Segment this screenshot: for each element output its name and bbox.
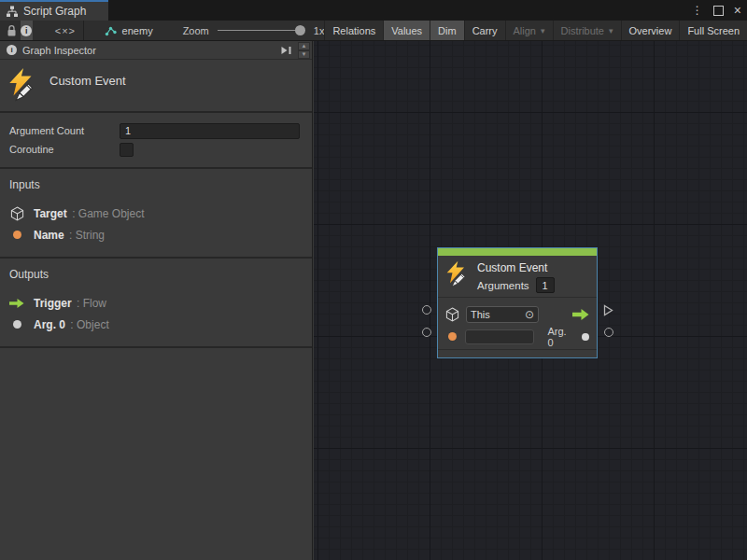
event-settings: Argument Count 1 Coroutine	[0, 113, 312, 167]
info-icon: i	[21, 25, 32, 36]
graph-inspector-panel: i Graph Inspector ▲ ▼	[0, 41, 313, 560]
close-icon[interactable]: ×	[734, 4, 741, 17]
window-titlebar: Script Graph ⋮ ×	[0, 0, 747, 21]
toolbar-divider	[83, 21, 84, 40]
inputs-title: Inputs	[9, 178, 303, 191]
outputs-section: Outputs Trigger : Flow Arg. 0 : Object	[0, 259, 312, 346]
overview-button[interactable]: Overview	[621, 21, 680, 40]
code-view-icon[interactable]: <×>	[55, 21, 76, 40]
zoom-label: Zoom	[183, 25, 209, 36]
target-dropdown[interactable]: This ⊙	[466, 306, 539, 323]
values-button[interactable]: Values	[383, 21, 430, 40]
argument-count-label: Argument Count	[9, 125, 120, 136]
chevron-down-icon: ▾	[609, 26, 613, 35]
arguments-label: Arguments	[477, 280, 529, 291]
outputs-title: Outputs	[9, 268, 303, 281]
input-port-name[interactable]	[422, 328, 431, 337]
fullscreen-button[interactable]: Full Screen	[679, 21, 747, 40]
object-dot-icon	[582, 333, 589, 341]
string-dot-icon	[9, 231, 24, 239]
node-title-block: Custom Event Arguments 1	[477, 261, 555, 293]
zoom-control: Zoom 1x	[183, 21, 325, 40]
arguments-line: Arguments 1	[477, 277, 555, 293]
graph-name-label: enemy	[122, 25, 153, 36]
node-footer	[438, 349, 597, 357]
scroll-up-icon[interactable]: ▲	[298, 42, 310, 50]
flow-arrow-icon	[9, 299, 24, 308]
inputs-section: Inputs Target : Game Object Name : Strin…	[0, 169, 312, 257]
graph-icon	[105, 25, 117, 36]
node-header[interactable]: Custom Event Arguments 1	[438, 256, 597, 297]
lock-icon[interactable]	[7, 21, 17, 40]
arg0-label: Arg. 0	[547, 326, 573, 348]
event-title: Custom Event	[49, 74, 126, 88]
object-dot-icon	[9, 320, 24, 329]
zoom-slider[interactable]	[218, 30, 305, 31]
io-text: Trigger : Flow	[34, 297, 106, 310]
arguments-input[interactable]: 1	[536, 277, 555, 293]
window-menu-icon[interactable]: ⋮	[692, 5, 703, 16]
graph-breadcrumb[interactable]: enemy	[105, 21, 153, 40]
coroutine-row: Coroutine	[9, 140, 300, 159]
node-row-arg0: Arg. 0	[445, 326, 589, 347]
custom-event-icon	[445, 260, 469, 293]
relations-button[interactable]: Relations	[324, 21, 383, 40]
event-accent-bar	[438, 248, 597, 256]
name-input[interactable]	[465, 329, 534, 344]
graph-canvas[interactable]: Custom Event Arguments 1	[314, 41, 747, 560]
argument-count-input[interactable]: 1	[120, 123, 300, 139]
io-text: Arg. 0 : Object	[34, 318, 109, 331]
target-value: This	[471, 309, 525, 320]
section-divider	[0, 346, 312, 348]
script-graph-icon	[7, 6, 18, 17]
io-row-trigger: Trigger : Flow	[9, 292, 303, 314]
dim-button[interactable]: Dim	[430, 21, 464, 40]
io-text: Name : String	[34, 229, 105, 242]
info-icon: i	[7, 45, 17, 55]
io-row-name: Name : String	[9, 224, 303, 245]
object-picker-icon[interactable]: ⊙	[525, 309, 534, 320]
chevron-down-icon: ▾	[541, 26, 545, 35]
window-controls: ⋮ ×	[692, 0, 741, 21]
graph-toolbar: i <×> enemy Zoom 1x Relations Values Dim…	[0, 21, 747, 41]
inspector-title: Graph Inspector	[22, 45, 280, 56]
game-object-cube-icon	[445, 307, 459, 322]
node-row-target: This ⊙	[445, 302, 589, 326]
distribute-dropdown[interactable]: Distribute ▾	[553, 21, 621, 40]
flow-arrow-icon	[571, 309, 589, 320]
toolbar-buttons: Relations Values Dim Carry Align ▾ Distr…	[324, 21, 747, 40]
io-text: Target : Game Object	[34, 207, 145, 220]
output-port-arg0[interactable]	[604, 328, 613, 337]
game-object-cube-icon	[9, 206, 24, 221]
maximize-icon[interactable]	[713, 6, 724, 16]
tab-script-graph[interactable]: Script Graph	[0, 0, 108, 21]
io-row-arg0: Arg. 0 : Object	[9, 314, 303, 335]
argument-count-row: Argument Count 1	[9, 121, 300, 140]
custom-event-icon	[7, 67, 37, 103]
tab-label: Script Graph	[23, 5, 86, 18]
scroll-down-icon[interactable]: ▼	[298, 50, 310, 59]
dock-panel-icon[interactable]	[280, 46, 292, 55]
inspector-toggle-button[interactable]: i	[21, 21, 33, 40]
node-title: Custom Event	[477, 261, 555, 274]
custom-event-node[interactable]: Custom Event Arguments 1	[437, 247, 598, 358]
output-port-trigger[interactable]	[603, 303, 613, 320]
input-port-target[interactable]	[422, 305, 431, 315]
event-header: Custom Event	[0, 60, 312, 111]
io-row-target: Target : Game Object	[9, 203, 303, 224]
scroll-spinner: ▲ ▼	[298, 42, 310, 59]
inspector-header: i Graph Inspector ▲ ▼	[0, 41, 312, 60]
node-body: This ⊙ Arg. 0	[438, 298, 597, 349]
custom-event-node-wrap: Custom Event Arguments 1	[437, 247, 598, 358]
zoom-value: 1x	[314, 25, 325, 36]
coroutine-label: Coroutine	[9, 144, 120, 155]
string-dot-icon	[445, 332, 458, 341]
carry-button[interactable]: Carry	[464, 21, 505, 40]
zoom-slider-knob[interactable]	[295, 25, 305, 35]
align-dropdown[interactable]: Align ▾	[505, 21, 553, 40]
coroutine-checkbox[interactable]	[120, 143, 134, 157]
